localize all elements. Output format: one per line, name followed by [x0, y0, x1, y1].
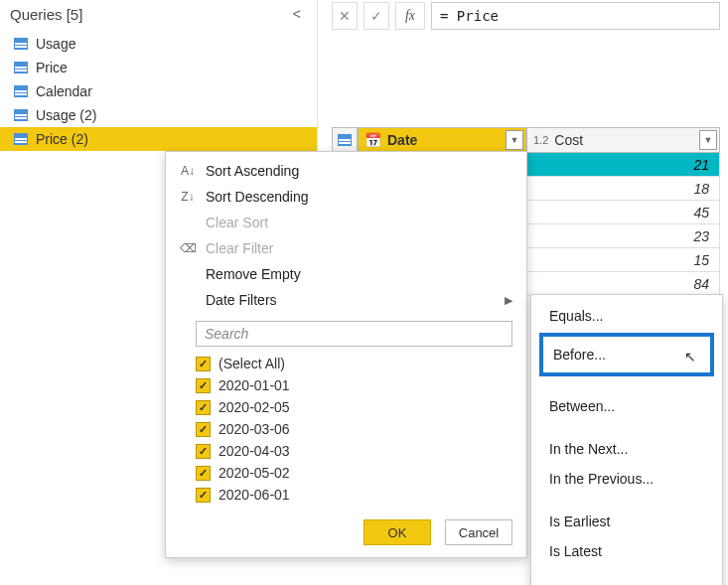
checkbox-icon: ✓ — [196, 488, 211, 503]
ok-button[interactable]: OK — [364, 519, 431, 545]
query-label: Usage (2) — [36, 107, 96, 123]
filter-value-select-all[interactable]: ✓(Select All) — [196, 353, 512, 374]
query-item-usage-2[interactable]: Usage (2) — [0, 103, 317, 127]
fx-label[interactable]: fx — [395, 2, 425, 30]
column-header-date[interactable]: 📅 Date ▼ — [358, 127, 526, 153]
submenu-in-the-previous[interactable]: In the Previous... — [531, 464, 722, 494]
menu-sort-descending[interactable]: Z↓ Sort Descending — [166, 184, 526, 210]
checkbox-icon: ✓ — [196, 444, 211, 459]
calendar-icon: 📅 — [364, 132, 381, 148]
menu-clear-filter: ⌫ Clear Filter — [166, 235, 526, 261]
cursor-icon: ↖ — [684, 349, 696, 365]
table-icon — [14, 38, 28, 50]
cell-cost: 45 — [526, 201, 720, 223]
filter-value[interactable]: ✓2020-05-02 — [196, 462, 512, 484]
column-dropdown-button[interactable]: ▼ — [506, 130, 523, 150]
column-label: Date — [387, 132, 417, 148]
submenu-before[interactable]: Before... ↖ — [539, 333, 714, 376]
table-icon — [14, 133, 28, 145]
formula-input[interactable]: = Price — [431, 2, 720, 30]
cell-cost: 15 — [526, 248, 720, 271]
checkbox-icon: ✓ — [196, 357, 211, 371]
checkbox-icon: ✓ — [196, 378, 211, 393]
submenu-arrow-icon: ▶ — [505, 294, 512, 307]
cell-cost: 23 — [526, 224, 720, 247]
date-filters-submenu: Equals... Before... ↖ Between... In the … — [530, 294, 723, 585]
filter-values-list: ✓(Select All) ✓2020-01-01 ✓2020-02-05 ✓2… — [196, 353, 512, 506]
cell-cost: 18 — [526, 177, 720, 200]
table-icon — [14, 109, 28, 121]
clear-filter-icon: ⌫ — [180, 241, 196, 255]
query-label: Calendar — [36, 83, 92, 99]
column-label: Cost — [554, 132, 583, 148]
filter-value[interactable]: ✓2020-02-05 — [196, 396, 512, 418]
query-item-price[interactable]: Price — [0, 56, 317, 79]
cell-cost: 84 — [526, 272, 720, 295]
filter-search-input[interactable]: Search — [196, 321, 512, 347]
queries-title: Queries [5] — [10, 6, 82, 23]
sort-desc-icon: Z↓ — [180, 190, 196, 204]
table-icon — [338, 134, 352, 146]
query-item-usage[interactable]: Usage — [0, 32, 317, 56]
collapse-panel-button[interactable]: < — [287, 4, 307, 24]
formula-confirm-button[interactable]: ✓ — [364, 2, 389, 30]
submenu-between[interactable]: Between... — [531, 391, 722, 421]
filter-value[interactable]: ✓2020-03-06 — [196, 418, 512, 440]
filter-value[interactable]: ✓2020-06-01 — [196, 484, 512, 506]
checkbox-icon: ✓ — [196, 422, 211, 437]
row-index-header[interactable] — [332, 127, 358, 153]
column-filter-menu: A↓ Sort Ascending Z↓ Sort Descending Cle… — [165, 151, 527, 558]
formula-bar: ✕ ✓ fx = Price — [332, 2, 720, 30]
submenu-equals[interactable]: Equals... — [531, 301, 722, 331]
submenu-in-the-next[interactable]: In the Next... — [531, 434, 722, 464]
submenu-is-not-earliest[interactable]: Is Not Earliest — [531, 579, 722, 585]
menu-sort-ascending[interactable]: A↓ Sort Ascending — [166, 158, 526, 184]
menu-remove-empty[interactable]: Remove Empty — [166, 261, 526, 287]
filter-value[interactable]: ✓2020-04-03 — [196, 440, 512, 462]
cancel-button[interactable]: Cancel — [445, 519, 512, 545]
query-label: Usage — [36, 36, 75, 52]
column-header-cost[interactable]: 1.2 Cost ▼ — [526, 127, 720, 153]
query-label: Price (2) — [36, 131, 88, 147]
submenu-is-latest[interactable]: Is Latest — [531, 536, 722, 566]
submenu-is-earliest[interactable]: Is Earliest — [531, 507, 722, 536]
formula-cancel-button[interactable]: ✕ — [332, 2, 358, 30]
menu-date-filters[interactable]: Date Filters ▶ — [166, 287, 526, 313]
query-item-calendar[interactable]: Calendar — [0, 79, 317, 103]
checkbox-icon: ✓ — [196, 400, 211, 415]
checkbox-icon: ✓ — [196, 466, 211, 481]
query-item-price-2[interactable]: Price (2) — [0, 127, 317, 151]
menu-clear-sort: Clear Sort — [166, 210, 526, 235]
filter-value[interactable]: ✓2020-01-01 — [196, 374, 512, 396]
cell-cost: 21 — [526, 153, 720, 176]
table-icon — [14, 62, 28, 73]
query-label: Price — [36, 60, 68, 75]
column-dropdown-button[interactable]: ▼ — [699, 130, 717, 150]
sort-asc-icon: A↓ — [180, 164, 196, 178]
column-type: 1.2 — [533, 134, 548, 146]
table-icon — [14, 85, 28, 97]
